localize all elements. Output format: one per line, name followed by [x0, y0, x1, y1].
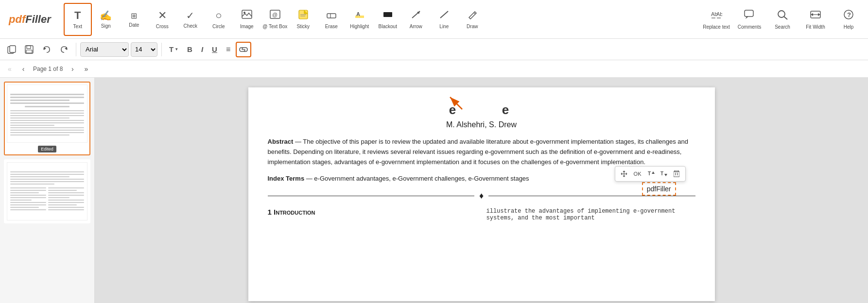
page-nav: « ‹ Page 1 of 8 › »: [0, 60, 868, 78]
tool-fit-width-label: Fit Width: [806, 24, 825, 30]
svg-text:T: T: [660, 171, 663, 176]
tool-image[interactable]: Image: [233, 3, 261, 36]
tool-search-label: Search: [775, 24, 790, 30]
line-icon: [439, 10, 450, 22]
tool-text-label: Text: [73, 24, 82, 29]
tool-cross[interactable]: ✕ Cross: [148, 3, 176, 36]
redo-btn[interactable]: [56, 42, 72, 57]
svg-marker-35: [44, 47, 46, 50]
copy-pages-btn[interactable]: [4, 42, 19, 57]
main-layout: 1: [0, 78, 868, 303]
tool-blackout[interactable]: Blackout: [374, 3, 402, 36]
tool-arrow[interactable]: Arrow: [402, 3, 430, 36]
tool-comments[interactable]: Comments: [734, 3, 765, 36]
text-format-dropdown-icon: ▼: [174, 47, 178, 51]
toolbar-second: Arial Times New Roman Helvetica Courier …: [0, 39, 868, 60]
align-btn[interactable]: ≡: [223, 42, 234, 57]
intro-num: 1: [268, 208, 274, 216]
tool-erase-label: Erase: [325, 24, 338, 29]
italic-btn[interactable]: I: [198, 42, 207, 57]
underline-icon: U: [212, 45, 217, 53]
thumb-img-1: [7, 84, 87, 143]
tool-sign[interactable]: ✍ Sign: [92, 3, 120, 36]
tool-textbox[interactable]: @ @ Text Box: [261, 3, 289, 36]
align-icon: ≡: [226, 45, 230, 54]
svg-marker-36: [65, 47, 67, 50]
text-box-ok-btn[interactable]: OK: [631, 168, 644, 180]
thumbnail-1[interactable]: 1: [4, 82, 90, 155]
text-box-overlay[interactable]: pdfFiller: [642, 182, 676, 196]
svg-marker-21: [746, 17, 748, 19]
first-page-btn[interactable]: «: [4, 63, 16, 75]
draw-icon: [467, 10, 478, 22]
intro-section: 1 Introduction illustrate the advantages…: [268, 208, 695, 221]
thumb-1-footer: Edited: [7, 144, 87, 152]
arrow-icon: [411, 10, 421, 22]
toolbar-right: AbAb Replace text Comments Search Fit Wi…: [701, 3, 864, 36]
last-page-btn[interactable]: »: [80, 63, 92, 75]
underline-btn[interactable]: U: [208, 42, 221, 57]
thumbnail-2[interactable]: 2: [4, 159, 90, 223]
tool-draw[interactable]: Draw: [458, 3, 486, 36]
tool-search[interactable]: Search: [767, 3, 798, 36]
svg-text:@: @: [272, 12, 278, 17]
tool-comments-label: Comments: [738, 24, 761, 30]
tool-circle[interactable]: ○ Circle: [205, 3, 233, 36]
prev-page-btn[interactable]: ‹: [17, 63, 29, 75]
intro-title: Introduction: [274, 208, 315, 216]
content-area: e e M. Alshehri, S. Drew Abstract — The …: [95, 78, 868, 303]
svg-rect-20: [745, 10, 753, 17]
tool-textbox-label: @ Text Box: [262, 24, 287, 29]
cross-icon: ✕: [158, 9, 167, 22]
highlight-icon: A: [354, 10, 365, 22]
separator-1: [76, 43, 76, 56]
tool-text[interactable]: T Text: [64, 3, 92, 36]
text-icon: T: [74, 9, 81, 22]
blackout-icon: [382, 10, 393, 22]
text-format-btn[interactable]: T ▼: [166, 42, 182, 57]
pdf-authors: M. Alshehri, S. Drew: [268, 120, 695, 129]
abstract-label: Abstract: [268, 138, 294, 145]
text-size-down-btn[interactable]: T: [658, 168, 670, 180]
text-size-up-btn[interactable]: T: [645, 168, 657, 180]
svg-rect-33: [27, 46, 31, 49]
sign-icon: ✍: [100, 10, 112, 21]
abstract-text: — The objective of this paper is to revi…: [268, 138, 689, 166]
font-select[interactable]: Arial Times New Roman Helvetica Courier …: [80, 42, 129, 57]
svg-rect-7: [327, 14, 336, 18]
italic-icon: I: [201, 45, 203, 53]
tool-arrow-label: Arrow: [410, 24, 422, 29]
text-box-toolbar: OK T T: [615, 166, 686, 182]
sidebar: 1: [0, 78, 95, 303]
tool-replace-text[interactable]: AbAb Replace text: [701, 3, 732, 36]
svg-point-22: [778, 11, 785, 17]
size-select[interactable]: 8 10 12 14 16 18 24: [131, 42, 157, 57]
tool-highlight[interactable]: A Highlight: [346, 3, 374, 36]
save-pdf-btn[interactable]: [21, 42, 37, 57]
tool-line[interactable]: Line: [430, 3, 458, 36]
tool-date[interactable]: ⊞ Date: [120, 3, 148, 36]
tool-help[interactable]: ? Help: [833, 3, 864, 36]
tool-check[interactable]: ✓ Check: [176, 3, 205, 36]
tool-replace-text-label: Replace text: [703, 24, 730, 30]
divider-line: ♦: [268, 191, 695, 201]
next-page-btn[interactable]: ›: [67, 63, 78, 75]
svg-point-1: [243, 12, 245, 14]
toolbar-top: pdfFiller T Text ✍ Sign ⊞ Date ✕ Cross ✓…: [0, 0, 868, 39]
tool-fit-width[interactable]: Fit Width: [800, 3, 831, 36]
text-box-move-btn[interactable]: [618, 168, 630, 180]
tool-erase[interactable]: Erase: [317, 3, 346, 36]
logo-pdf: pdf: [9, 13, 25, 25]
bold-btn[interactable]: B: [184, 42, 196, 57]
intro-left: 1 Introduction: [268, 208, 477, 221]
date-icon: ⊞: [131, 11, 137, 20]
tool-highlight-label: Highlight: [350, 24, 369, 29]
erase-icon: [326, 10, 337, 22]
undo-btn[interactable]: [39, 42, 54, 57]
link-btn[interactable]: [236, 42, 251, 57]
tool-line-label: Line: [439, 24, 449, 29]
tool-sticky[interactable]: Sticky: [289, 3, 317, 36]
text-box-delete-btn[interactable]: [671, 168, 682, 180]
tool-cross-label: Cross: [156, 24, 169, 29]
svg-text:?: ?: [847, 11, 851, 18]
